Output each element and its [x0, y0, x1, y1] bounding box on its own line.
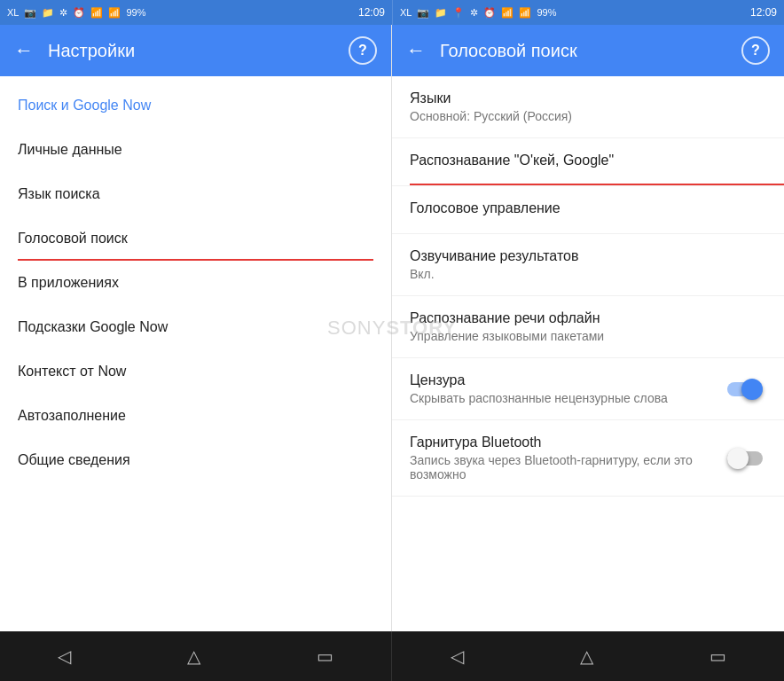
voice-item-title-voice-control: Голосовое управление	[410, 200, 766, 216]
time-left: 12:09	[358, 6, 385, 19]
left-panel: ← Настройки ? Поиск и Google NowЛичные д…	[0, 25, 392, 631]
panels-wrapper: SONYSTORY ← Настройки ? Поиск и Google N…	[0, 25, 784, 631]
left-toolbar-title: Настройки	[48, 41, 334, 61]
wifi-icon-r: 📶	[501, 7, 514, 19]
settings-item-label-general-info: Общие сведения	[18, 452, 130, 467]
settings-item-label-personal-data: Личные данные	[18, 142, 122, 157]
settings-item-label-search-google-now: Поиск и Google Now	[18, 98, 151, 113]
left-back-button[interactable]: ←	[14, 39, 34, 62]
right-panel: ← Голосовой поиск ? ЯзыкиОсновной: Русск…	[392, 25, 784, 631]
signal-icon: 📶	[108, 7, 121, 19]
bluetooth-status-icon: ✲	[59, 7, 67, 19]
status-bar-right: XL 📷 📁 📍 ✲ ⏰ 📶 📶 99% 12:09	[392, 0, 784, 25]
settings-item-personal-data[interactable]: Личные данные	[0, 128, 391, 172]
right-help-button[interactable]: ?	[741, 36, 770, 65]
settings-item-label-voice-search: Голосовой поиск	[18, 231, 128, 246]
network-icon-r: XL	[400, 7, 412, 18]
voice-item-subtitle-voice-results: Вкл.	[410, 267, 766, 281]
settings-item-label-autofill: Автозаполнение	[18, 408, 126, 423]
voice-item-title-bluetooth-headset: Гарнитура Bluetooth	[410, 434, 727, 450]
bottom-nav-left: ◁ △ ▭	[0, 631, 392, 681]
voice-item-subtitle-languages: Основной: Русский (Россия)	[410, 109, 766, 123]
status-bar-left: XL 📷 📁 ✲ ⏰ 📶 📶 99% 12:09	[0, 0, 392, 25]
voice-item-subtitle-censorship: Скрывать распознанные нецензурные слова	[410, 391, 727, 405]
settings-item-search-language[interactable]: Язык поиска	[0, 172, 391, 216]
time-right: 12:09	[750, 6, 777, 19]
voice-item-offline-recognition[interactable]: Распознавание речи офлайнУправление язык…	[392, 296, 784, 358]
settings-item-google-now-tips[interactable]: Подсказки Google Now	[0, 305, 391, 349]
voice-item-title-censorship: Цензура	[410, 372, 727, 388]
alarm-icon-r: ⏰	[483, 7, 496, 19]
fc-icon-r: 📁	[435, 7, 447, 19]
voice-item-subtitle-offline-recognition: Управление языковыми пакетами	[410, 329, 766, 343]
settings-item-search-google-now[interactable]: Поиск и Google Now	[0, 83, 391, 128]
settings-item-label-in-apps: В приложениях	[18, 275, 119, 290]
settings-item-label-now-context: Контекст от Now	[18, 364, 126, 379]
toggle-thumb-bluetooth-headset	[727, 448, 749, 469]
back-nav-left[interactable]: ◁	[58, 646, 71, 667]
toggle-thumb-censorship	[741, 379, 763, 400]
settings-item-in-apps[interactable]: В приложениях	[0, 261, 391, 305]
wifi-icon: 📶	[90, 7, 103, 19]
settings-list: Поиск и Google NowЛичные данныеЯзык поис…	[0, 76, 391, 631]
bottom-nav: ◁ △ ▭ ◁ △ ▭	[0, 631, 784, 681]
voice-item-voice-control[interactable]: Голосовое управление	[392, 186, 784, 234]
settings-item-label-google-now-tips: Подсказки Google Now	[18, 319, 168, 334]
recent-nav-left[interactable]: ▭	[317, 646, 333, 667]
settings-item-now-context[interactable]: Контекст от Now	[0, 349, 391, 394]
right-toolbar: ← Голосовой поиск ?	[392, 25, 784, 76]
network-icon: XL	[7, 7, 19, 18]
battery-right: 99%	[537, 7, 556, 18]
voice-item-underline-ok-google	[410, 184, 784, 185]
fc-icon: 📁	[42, 7, 54, 19]
bluetooth-icon-r: ✲	[470, 7, 478, 19]
voice-item-title-ok-google: Распознавание "О'кей, Google"	[410, 153, 766, 168]
alarm-icon: ⏰	[73, 7, 85, 19]
location-icon: 📍	[452, 7, 465, 19]
home-nav-left[interactable]: △	[187, 646, 200, 667]
status-bar: XL 📷 📁 ✲ ⏰ 📶 📶 99% 12:09 XL 📷 📁 📍 ✲ ⏰ 📶 …	[0, 0, 784, 25]
voice-item-ok-google[interactable]: Распознавание "О'кей, Google"	[392, 138, 784, 186]
voice-item-censorship[interactable]: ЦензураСкрывать распознанные нецензурные…	[392, 358, 784, 420]
toggle-censorship[interactable]	[727, 379, 766, 400]
instagram-icon-r: 📷	[417, 7, 429, 19]
settings-item-autofill[interactable]: Автозаполнение	[0, 394, 391, 438]
bottom-nav-right: ◁ △ ▭	[392, 631, 784, 681]
settings-item-label-search-language: Язык поиска	[18, 186, 100, 201]
battery-left: 99%	[126, 7, 145, 18]
voice-item-title-offline-recognition: Распознавание речи офлайн	[410, 310, 766, 326]
home-nav-right[interactable]: △	[580, 646, 593, 667]
right-back-button[interactable]: ←	[406, 39, 426, 62]
voice-item-title-voice-results: Озвучивание результатов	[410, 248, 766, 264]
voice-item-bluetooth-headset[interactable]: Гарнитура BluetoothЗапись звука через Bl…	[392, 420, 784, 497]
right-toolbar-title: Голосовой поиск	[440, 41, 727, 61]
voice-item-title-languages: Языки	[410, 90, 766, 106]
toggle-bluetooth-headset[interactable]	[727, 448, 766, 469]
voice-item-languages[interactable]: ЯзыкиОсновной: Русский (Россия)	[392, 76, 784, 138]
settings-item-voice-search[interactable]: Голосовой поиск	[0, 216, 391, 261]
voice-list: ЯзыкиОсновной: Русский (Россия)Распознав…	[392, 76, 784, 631]
voice-item-voice-results[interactable]: Озвучивание результатовВкл.	[392, 234, 784, 296]
settings-item-general-info[interactable]: Общие сведения	[0, 438, 391, 482]
left-toolbar: ← Настройки ?	[0, 25, 391, 76]
recent-nav-right[interactable]: ▭	[710, 646, 726, 667]
signal-icon-r: 📶	[519, 7, 531, 19]
back-nav-right[interactable]: ◁	[451, 646, 464, 667]
left-help-button[interactable]: ?	[349, 36, 377, 65]
voice-item-subtitle-bluetooth-headset: Запись звука через Bluetooth-гарнитуру, …	[410, 453, 727, 481]
instagram-icon: 📷	[24, 7, 36, 19]
